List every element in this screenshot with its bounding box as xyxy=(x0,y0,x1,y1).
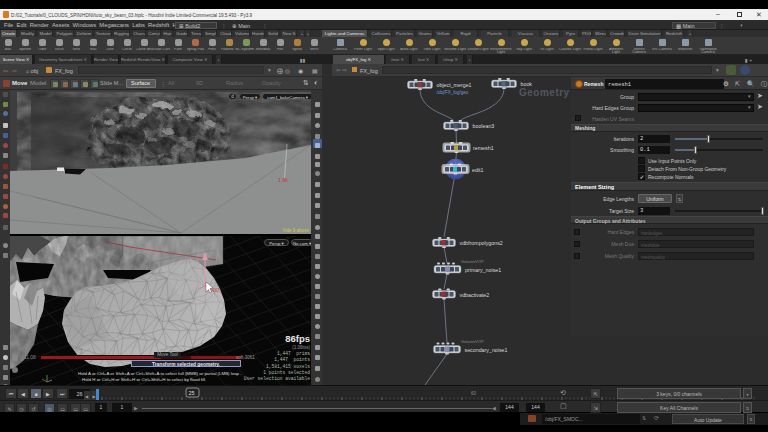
svg-text:edit1: edit1 xyxy=(472,167,484,173)
svg-text:25: 25 xyxy=(189,390,195,396)
svg-text:primary_noise1: primary_noise1 xyxy=(465,267,501,273)
svg-text:VolumeVOP: VolumeVOP xyxy=(461,339,484,344)
svg-text:Geometry: Geometry xyxy=(519,87,570,98)
svg-text:boolean3: boolean3 xyxy=(473,123,495,129)
svg-text:vdbfrompolygons2: vdbfrompolygons2 xyxy=(460,240,503,246)
svg-text:60: 60 xyxy=(471,391,477,396)
svg-text:secondary_noise1: secondary_noise1 xyxy=(465,347,508,353)
svg-text:/obj/FX_fog/geo: /obj/FX_fog/geo xyxy=(437,90,469,95)
svg-text:book: book xyxy=(521,81,533,87)
svg-text:VolumeVOP: VolumeVOP xyxy=(461,259,484,264)
svg-text:1.9ft: 1.9ft xyxy=(278,177,288,183)
svg-text:object_merge1: object_merge1 xyxy=(437,82,472,88)
svg-text:remesh1: remesh1 xyxy=(473,145,494,151)
svg-text:vdbactivate2: vdbactivate2 xyxy=(460,292,490,298)
